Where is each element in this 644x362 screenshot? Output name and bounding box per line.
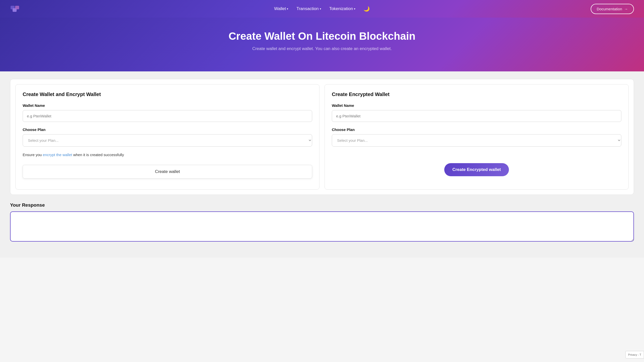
create-encrypted-wallet-button[interactable]: Create Encrypted wallet: [444, 163, 509, 176]
svg-rect-2: [15, 6, 19, 9]
theme-toggle-button[interactable]: 🌙: [364, 6, 370, 12]
header: Wallet ▾ Transaction ▾ Tokenization ▾ 🌙 …: [0, 0, 644, 18]
transaction-chevron-icon: ▾: [320, 7, 321, 11]
documentation-button[interactable]: Documentation →: [591, 4, 634, 14]
create-encrypted-wallet-card: Create Encrypted Wallet Wallet Name Choo…: [325, 84, 629, 190]
encrypt-wallet-link[interactable]: encrypt the wallet: [43, 153, 72, 157]
tokenization-chevron-icon: ▾: [354, 7, 355, 11]
main-nav: Wallet ▾ Transaction ▾ Tokenization ▾ 🌙: [274, 6, 370, 12]
left-wallet-name-label: Wallet Name: [23, 103, 312, 108]
right-card-bottom: Create Encrypted wallet: [332, 152, 621, 182]
hero-section: Create Wallet On Litecoin Blockchain Cre…: [0, 18, 644, 71]
logo: [10, 4, 20, 14]
left-wallet-name-input[interactable]: [23, 110, 312, 122]
logo-icon: [10, 4, 20, 14]
create-wallet-title: Create Wallet and Encrypt Wallet: [23, 92, 312, 97]
right-wallet-name-label: Wallet Name: [332, 103, 621, 108]
main-content: Create Wallet and Encrypt Wallet Wallet …: [0, 71, 644, 258]
hint-text: Ensure you encrypt the wallet when it is…: [23, 152, 312, 158]
nav-wallet[interactable]: Wallet ▾: [274, 6, 289, 11]
right-plan-select[interactable]: Select your Plan...: [332, 134, 621, 147]
response-textarea[interactable]: [10, 211, 634, 242]
create-wallet-button[interactable]: Create wallet: [23, 165, 312, 178]
right-wallet-name-input[interactable]: [332, 110, 621, 122]
doc-arrow-icon: →: [624, 7, 628, 11]
page-subtitle: Create wallet and encrypt wallet. You ca…: [5, 46, 639, 51]
create-wallet-card: Create Wallet and Encrypt Wallet Wallet …: [15, 84, 319, 190]
nav-tokenization[interactable]: Tokenization ▾: [329, 6, 356, 11]
right-choose-plan-label: Choose Plan: [332, 127, 621, 132]
response-section: Your Response: [10, 202, 634, 248]
create-encrypted-title: Create Encrypted Wallet: [332, 92, 621, 97]
recaptcha-badge: Privacy - T: [625, 351, 644, 358]
cards-wrapper: Create Wallet and Encrypt Wallet Wallet …: [10, 79, 634, 195]
page-title: Create Wallet On Litecoin Blockchain: [5, 30, 639, 42]
left-plan-select[interactable]: Select your Plan...: [23, 134, 312, 147]
nav-transaction[interactable]: Transaction ▾: [296, 6, 321, 11]
left-choose-plan-label: Choose Plan: [23, 127, 312, 132]
wallet-chevron-icon: ▾: [287, 7, 288, 11]
response-title: Your Response: [10, 202, 634, 208]
